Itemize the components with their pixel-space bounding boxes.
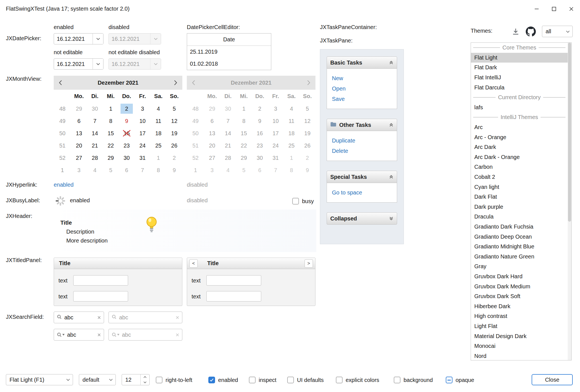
datepicker-value[interactable]: 16.12.2021 [54, 59, 93, 69]
taskpane-link[interactable]: Go to space [332, 187, 397, 198]
datepicker-not-editable[interactable]: 16.12.2021 [54, 58, 103, 70]
taskpane-link[interactable]: New [332, 73, 397, 84]
laf-combo[interactable]: Flat Light (F1) [6, 374, 73, 385]
taskpane-link[interactable]: Save [332, 94, 397, 104]
clear-icon[interactable] [97, 332, 101, 338]
day-cell[interactable]: 1 [150, 152, 166, 164]
checkbox-ui-defaults[interactable]: UI defaults [287, 376, 324, 384]
day-cell[interactable]: 1 [103, 103, 119, 115]
clear-icon[interactable] [97, 314, 101, 321]
day-cell[interactable]: 11 [150, 115, 166, 127]
theme-item[interactable]: Hiberbee Dark [471, 301, 568, 311]
datepicker-dropdown-button[interactable] [93, 34, 103, 44]
theme-item[interactable]: Dark Flat [471, 192, 568, 202]
download-icon[interactable] [511, 27, 520, 37]
checkbox-busy[interactable]: busy [292, 198, 314, 205]
theme-item[interactable]: Gruvbox Dark Medium [471, 281, 568, 291]
taskpane-link[interactable]: Delete [332, 146, 397, 156]
font-size-spinner[interactable]: 12 [122, 374, 150, 385]
day-cell[interactable]: 8 [150, 164, 166, 176]
collapse-icon[interactable] [389, 175, 393, 179]
day-cell[interactable]: 7 [135, 164, 150, 176]
close-button[interactable]: Close [532, 374, 573, 385]
theme-item[interactable]: Gradianto Dark Fuchsia [471, 222, 568, 232]
checkbox-enabled[interactable]: enabled [208, 376, 238, 384]
day-cell[interactable]: 18 [150, 127, 166, 139]
collapse-icon[interactable] [389, 60, 393, 65]
day-cell[interactable]: 13 [71, 127, 87, 139]
theme-item[interactable]: Gradianto Nature Green [471, 251, 568, 262]
day-cell[interactable]: 29 [71, 103, 87, 115]
day-cell[interactable]: 10 [135, 115, 150, 127]
theme-item[interactable]: Dark purple [471, 202, 568, 212]
theme-item[interactable]: Flat IntelliJ [471, 73, 568, 83]
day-cell[interactable]: 4 [150, 103, 166, 115]
theme-item[interactable]: Arc Dark - Orange [471, 152, 568, 162]
day-cell[interactable]: 5 [166, 103, 182, 115]
day-cell[interactable]: 2 [119, 103, 135, 115]
day-cell[interactable]: 22 [103, 139, 119, 152]
day-cell[interactable]: 15 [103, 127, 119, 139]
day-cell[interactable]: 27 [71, 152, 87, 164]
taskpane-link[interactable]: Duplicate [332, 136, 397, 146]
day-cell[interactable]: 14 [87, 127, 103, 139]
close-window-button[interactable] [563, 0, 580, 18]
prev-month-icon[interactable] [59, 80, 62, 85]
font-combo[interactable]: default [79, 374, 116, 385]
theme-item[interactable]: Dracula [471, 212, 568, 222]
day-cell[interactable]: 21 [87, 139, 103, 152]
theme-item[interactable]: High contrast [471, 311, 568, 321]
day-cell[interactable]: 12 [166, 115, 182, 127]
checkbox-box[interactable] [249, 377, 256, 383]
day-cell[interactable]: 31 [135, 152, 150, 164]
theme-item[interactable]: Cyan light [471, 182, 568, 192]
day-cell[interactable]: 8 [103, 115, 119, 127]
checkbox-opaque[interactable]: opaque [446, 376, 474, 384]
day-cell[interactable]: 25 [150, 139, 166, 152]
theme-item[interactable]: Gradianto Deep Ocean [471, 232, 568, 242]
day-cell[interactable]: 9 [119, 115, 135, 127]
day-cell[interactable]: 17 [135, 127, 150, 139]
day-cell[interactable]: 9 [166, 164, 182, 176]
theme-item[interactable]: Flat Light [471, 53, 568, 63]
search-field-menu-enabled[interactable]: abc [54, 329, 104, 341]
checkbox-box[interactable] [336, 377, 343, 383]
taskpane-title[interactable]: Collapsed [327, 212, 397, 225]
text-input[interactable] [206, 275, 261, 286]
taskpane-title[interactable]: Basic Tasks [327, 56, 397, 69]
theme-item[interactable]: Gruvbox Dark Hard [471, 272, 568, 282]
theme-item[interactable]: Nord [471, 351, 568, 360]
day-cell[interactable]: 5 [103, 164, 119, 176]
datepicker-enabled[interactable]: 16.12.2021 [54, 33, 103, 44]
maximize-button[interactable] [545, 0, 563, 18]
day-cell[interactable]: 6 [119, 164, 135, 176]
day-cell[interactable]: 24 [135, 139, 150, 152]
theme-item[interactable]: Arc [471, 122, 568, 132]
spinner-value[interactable]: 12 [122, 374, 140, 385]
minimize-button[interactable] [528, 0, 545, 18]
search-input[interactable]: abc [64, 314, 95, 321]
titledpanel-prev-button[interactable]: < [189, 259, 198, 268]
text-input[interactable] [73, 275, 128, 286]
day-cell[interactable]: 26 [166, 139, 182, 152]
day-cell[interactable]: 3 [135, 103, 150, 115]
day-cell[interactable]: 30 [119, 152, 135, 164]
checkbox-right-to-left[interactable]: right-to-left [156, 376, 192, 384]
day-cell[interactable]: 3 [71, 164, 87, 176]
table-row[interactable]: 01.02.2018 [187, 58, 271, 70]
monthview-enabled[interactable]: Dezember 2021Mo.Di.Mi.Do.Fr.Sa.So.482930… [54, 76, 182, 177]
theme-item[interactable]: Carbon [471, 162, 568, 172]
taskpane-title[interactable]: Other Tasks [327, 119, 397, 131]
taskpane-title[interactable]: Special Tasks [327, 171, 397, 183]
day-cell[interactable]: 29 [103, 152, 119, 164]
themes-filter-combo[interactable]: all [542, 26, 573, 37]
day-cell[interactable]: 6 [71, 115, 87, 127]
checkbox-box[interactable] [292, 198, 299, 205]
titledpanel-next-button[interactable]: > [305, 259, 313, 268]
theme-item[interactable]: Gruvbox Dark Soft [471, 291, 568, 301]
github-icon[interactable] [526, 27, 536, 38]
day-cell[interactable]: 19 [166, 127, 182, 139]
checkbox-background[interactable]: background [394, 376, 433, 384]
theme-item[interactable]: Flat Darcula [471, 82, 568, 92]
checkbox-box[interactable] [446, 377, 452, 383]
